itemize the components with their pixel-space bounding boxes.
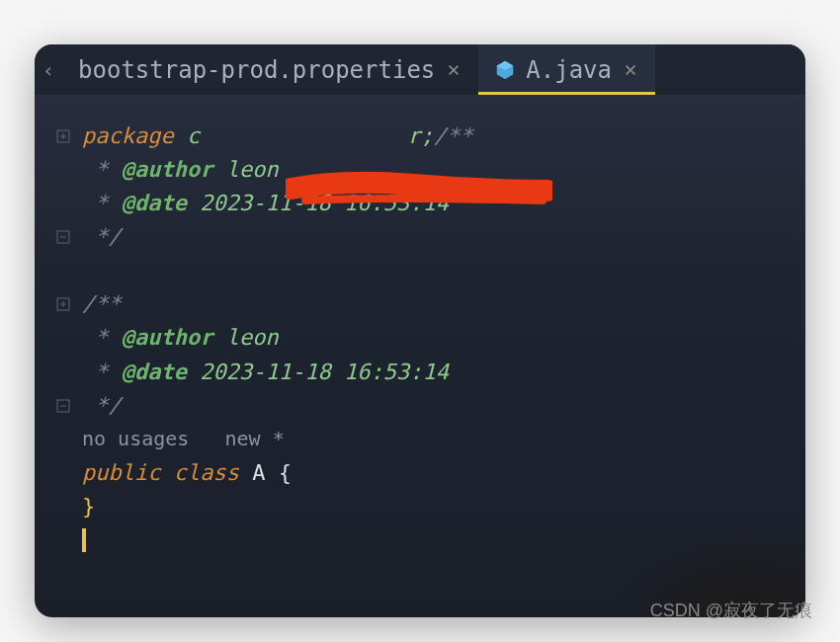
keyword-package: package xyxy=(82,120,174,153)
keyword-class: class xyxy=(174,456,252,490)
code-line: * @author leon xyxy=(35,321,805,355)
tab-a-java[interactable]: A.java xyxy=(478,44,655,95)
doc-star: * xyxy=(82,321,109,355)
doc-star: * xyxy=(82,356,109,389)
blank-line xyxy=(35,254,805,287)
author-value: leon xyxy=(212,153,278,187)
new-hint[interactable]: new * xyxy=(225,424,285,454)
code-line: */ xyxy=(35,389,805,423)
editor-area[interactable]: package cr;/** * @author leon * @date 20… xyxy=(35,96,805,557)
doc-open: /** xyxy=(434,120,473,153)
redaction-mark xyxy=(286,171,552,210)
tab-label: bootstrap-prod.properties xyxy=(78,56,435,84)
date-value: 2023-11-18 16:53:14 xyxy=(187,356,449,389)
close-icon[interactable] xyxy=(445,61,462,79)
watermark: CSDN @寂夜了无痕 xyxy=(650,599,812,622)
cursor xyxy=(82,528,86,552)
doc-star: * xyxy=(82,187,109,220)
java-file-icon xyxy=(494,59,516,81)
code-line: package cr;/** xyxy=(35,120,805,153)
chevron-left-icon[interactable]: ‹ xyxy=(35,58,62,82)
open-brace: { xyxy=(279,456,292,490)
package-text: r xyxy=(407,120,420,153)
fold-icon[interactable] xyxy=(54,295,72,313)
code-line: public class A { xyxy=(35,456,805,490)
code-line: /** xyxy=(35,287,805,321)
code-line: */ xyxy=(35,220,805,254)
tab-bar: ‹ bootstrap-prod.properties A.java xyxy=(35,44,805,96)
doc-close: */ xyxy=(82,220,122,254)
no-usages-hint[interactable]: no usages xyxy=(82,424,189,454)
author-value: leon xyxy=(212,321,278,355)
package-text: c xyxy=(174,120,201,153)
close-icon[interactable] xyxy=(622,61,639,79)
code-line: } xyxy=(35,490,805,523)
keyword-public: public xyxy=(82,456,174,490)
close-brace: } xyxy=(82,490,95,523)
doc-star: * xyxy=(82,153,109,187)
fold-close-icon[interactable] xyxy=(54,228,72,246)
author-tag: @author xyxy=(109,153,213,187)
fold-close-icon[interactable] xyxy=(54,397,72,415)
date-tag: @date xyxy=(109,187,187,220)
code-line: * @date 2023-11-18 16:53:14 xyxy=(35,356,805,389)
doc-open: /** xyxy=(82,287,122,321)
author-tag: @author xyxy=(109,321,213,355)
code-line xyxy=(35,523,805,557)
tab-label: A.java xyxy=(526,56,612,84)
semicolon: ; xyxy=(420,120,433,153)
tab-bootstrap-properties[interactable]: bootstrap-prod.properties xyxy=(62,44,478,95)
inlay-hints: no usages new * xyxy=(35,423,805,456)
editor-window: ‹ bootstrap-prod.properties A.java xyxy=(35,44,805,617)
fold-icon[interactable] xyxy=(54,127,72,145)
doc-close: */ xyxy=(82,389,122,423)
class-name: A xyxy=(252,456,279,490)
date-tag: @date xyxy=(109,356,187,389)
